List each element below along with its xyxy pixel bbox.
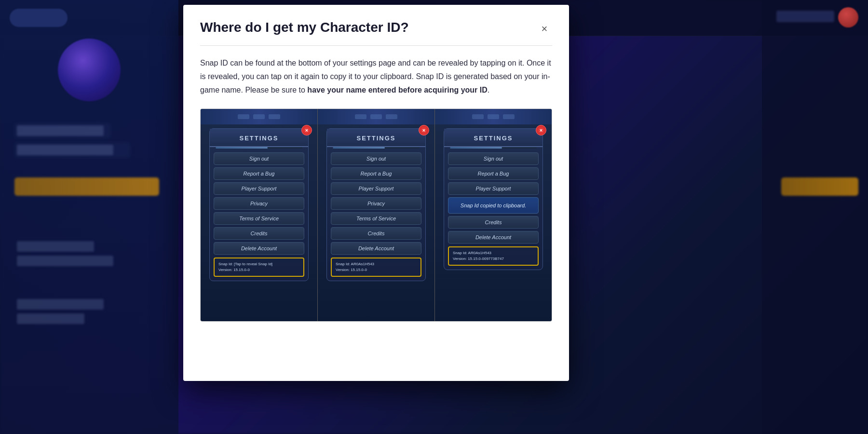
panel3-menu-report-bug[interactable]: Report a Bug [448, 167, 539, 180]
panel1-snap-id-version: Version: 15.15.0-0 [218, 267, 299, 273]
panel1-settings-title: Settings [239, 135, 278, 142]
topbar-right-text [776, 11, 834, 22]
panel2-snap-id-label: Snap Id: AR0As1H543 [336, 261, 417, 267]
panel3-settings-header: Settings [444, 129, 542, 147]
screenshot-panel-2: × Settings Sign out Report a Bug Player … [318, 109, 435, 321]
panel1-menu-terms[interactable]: Terms of Service [214, 212, 304, 225]
panel3-snap-id-box[interactable]: Snap Id: AR0As1H543 Version: 15.15.0-009… [448, 246, 539, 266]
panel3-topbar [435, 109, 552, 124]
panel2-progress-fill [333, 147, 385, 149]
panel1-menu-player-support[interactable]: Player Support [214, 182, 304, 195]
panel2-icon-1 [355, 114, 366, 119]
sidebar-avatar [58, 39, 121, 101]
panel2-menu-terms[interactable]: Terms of Service [331, 212, 421, 225]
screenshot-panel-1: × Settings Sign out Report a Bug Player … [201, 109, 318, 321]
panel1-icon-2 [253, 114, 265, 119]
panel1-progress-bar [216, 147, 302, 149]
panel3-icon-3 [503, 114, 515, 119]
panel3-snap-id-version: Version: 15.15.0-009773B747 [453, 256, 534, 262]
sidebar-text-6 [17, 313, 84, 324]
panel2-snap-id-version: Version: 15.15.0-0 [336, 267, 417, 273]
body-text-bold: have your name entered before acquiring … [307, 86, 487, 94]
modal-title: Where do I get my Character ID? [200, 19, 409, 36]
panel2-menu-delete[interactable]: Delete Account [331, 242, 421, 255]
panel3-menu-player-support[interactable]: Player Support [448, 182, 539, 195]
panel2-icon-2 [370, 114, 382, 119]
panel3-menu-sign-out[interactable]: Sign out [448, 152, 539, 165]
panel1-menu-report-bug[interactable]: Report a Bug [214, 167, 304, 180]
panel2-settings-title: Settings [356, 135, 395, 142]
sidebar-text-4 [17, 256, 113, 266]
panel1-progress-fill [216, 147, 268, 149]
modal-dialog: Where do I get my Character ID? × Snap I… [183, 5, 569, 381]
topbar-avatar [838, 7, 858, 27]
panel3-menu-credits[interactable]: Credits [448, 216, 539, 229]
sidebar-text-5 [17, 299, 104, 310]
modal-divider [200, 45, 552, 46]
panel3-icon-2 [488, 114, 499, 119]
topbar-left-button [10, 9, 68, 27]
panel1-menu-credits[interactable]: Credits [214, 227, 304, 240]
panel3-snap-id-label: Snap Id: AR0As1H543 [453, 250, 534, 256]
panel3-icon-1 [472, 114, 484, 119]
panel3-progress-fill [450, 147, 502, 149]
right-background [762, 0, 868, 434]
panel3-settings-card: × Settings Sign out Report a Bug Player … [444, 128, 543, 270]
panel2-progress-bar [333, 147, 420, 149]
panel3-snap-tooltip: Snap Id copied to clipboard. [448, 197, 539, 214]
panel2-menu-credits[interactable]: Credits [331, 227, 421, 240]
panel1-icon-1 [238, 114, 249, 119]
panel1-close-btn[interactable]: × [301, 125, 312, 136]
orange-button-sidebar [14, 177, 159, 196]
panel1-menu-sign-out[interactable]: Sign out [214, 152, 304, 165]
screenshot-panel-3: × Settings Sign out Report a Bug Player … [435, 109, 552, 321]
screenshots-container: × Settings Sign out Report a Bug Player … [200, 108, 552, 322]
panel2-menu-privacy[interactable]: Privacy [331, 197, 421, 210]
panel3-close-btn[interactable]: × [536, 125, 546, 136]
panel3-progress-bar [450, 147, 537, 149]
sidebar-text-2 [17, 145, 113, 155]
panel1-settings-card: × Settings Sign out Report a Bug Player … [209, 128, 309, 281]
panel2-menu-sign-out[interactable]: Sign out [331, 152, 421, 165]
panel1-menu-delete[interactable]: Delete Account [214, 242, 304, 255]
panel2-icon-3 [386, 114, 397, 119]
panel1-snap-id-box[interactable]: Snap Id: [Tap to reveal Snap Id] Version… [214, 258, 304, 277]
panel2-menu-player-support[interactable]: Player Support [331, 182, 421, 195]
panel1-menu-privacy[interactable]: Privacy [214, 197, 304, 210]
modal-body-text: Snap ID can be found at the bottom of yo… [200, 56, 552, 97]
panel1-icon-3 [269, 114, 280, 119]
modal-header: Where do I get my Character ID? × [200, 19, 552, 37]
sidebar-text-3 [17, 241, 94, 252]
panel3-settings-title: Settings [474, 135, 513, 142]
panel2-snap-id-box[interactable]: Snap Id: AR0As1H543 Version: 15.15.0-0 [331, 258, 421, 277]
panel2-topbar [318, 109, 434, 124]
panel1-settings-header: Settings [210, 129, 308, 147]
panel2-menu-report-bug[interactable]: Report a Bug [331, 167, 421, 180]
panel2-close-btn[interactable]: × [419, 125, 429, 136]
sidebar-text-1 [17, 125, 104, 136]
panel3-menu-delete[interactable]: Delete Account [448, 231, 539, 244]
panel1-topbar [201, 109, 317, 124]
right-orange-button [781, 177, 858, 196]
panel2-settings-card: × Settings Sign out Report a Bug Player … [326, 128, 426, 281]
panel2-settings-header: Settings [327, 129, 425, 147]
panel1-snap-id-label: Snap Id: [Tap to reveal Snap Id] [218, 261, 299, 267]
modal-close-button[interactable]: × [537, 21, 552, 37]
body-text-end: . [488, 86, 489, 94]
